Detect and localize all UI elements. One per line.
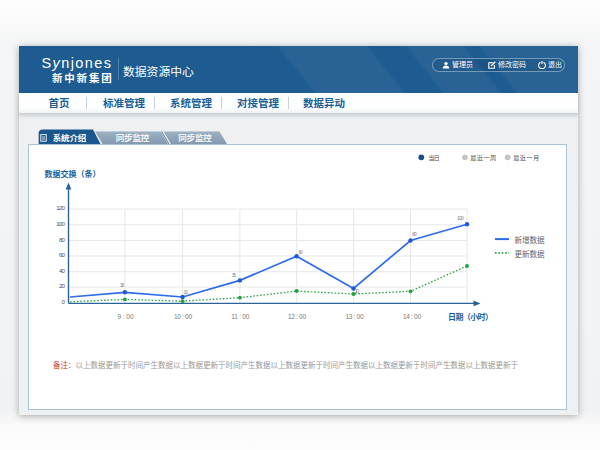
svg-text:新增数据: 新增数据 xyxy=(514,235,545,245)
svg-text:12 : 00: 12 : 00 xyxy=(288,313,306,320)
svg-text:同步监控: 同步监控 xyxy=(116,133,150,143)
svg-text:13 : 00: 13 : 00 xyxy=(346,313,364,320)
svg-text:100: 100 xyxy=(457,215,464,221)
svg-text:当日: 当日 xyxy=(428,154,440,162)
svg-text:日期（小时）: 日期（小时） xyxy=(448,312,493,322)
svg-text:最近一周: 最近一周 xyxy=(470,154,496,162)
svg-text:10: 10 xyxy=(184,289,189,295)
svg-text:11 : 00: 11 : 00 xyxy=(231,313,249,320)
svg-text:40: 40 xyxy=(59,267,65,274)
svg-text:10: 10 xyxy=(355,288,360,294)
svg-text:80: 80 xyxy=(412,231,417,237)
svg-text:60: 60 xyxy=(299,249,304,255)
svg-text:100: 100 xyxy=(56,220,65,227)
svg-text:最近一月: 最近一月 xyxy=(513,154,539,162)
svg-text:20: 20 xyxy=(59,282,65,289)
svg-text:18: 18 xyxy=(120,282,125,288)
svg-text:14 : 00: 14 : 00 xyxy=(403,313,421,320)
svg-text:同步监控: 同步监控 xyxy=(178,133,212,143)
svg-text:系统介绍: 系统介绍 xyxy=(53,133,87,143)
svg-text:120: 120 xyxy=(56,204,65,211)
svg-text:60: 60 xyxy=(59,251,65,258)
svg-text:数据交换（条）: 数据交换（条） xyxy=(45,169,101,179)
svg-text:10 : 00: 10 : 00 xyxy=(174,313,192,320)
svg-text:9 : 00: 9 : 00 xyxy=(118,313,134,320)
svg-text:更新数据: 更新数据 xyxy=(514,249,545,259)
svg-text:80: 80 xyxy=(59,236,65,243)
svg-text:0: 0 xyxy=(62,298,66,305)
svg-text:35: 35 xyxy=(232,272,237,278)
